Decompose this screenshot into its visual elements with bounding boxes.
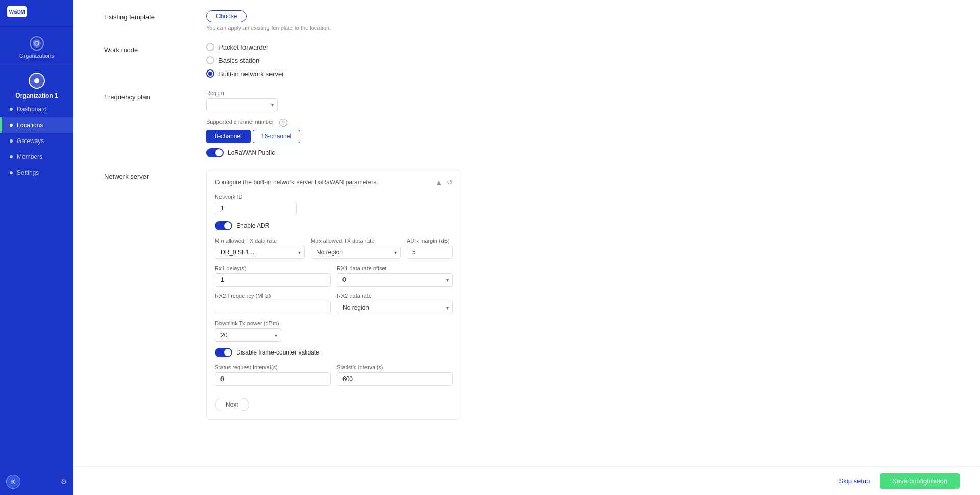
- rx2-row: RX2 Frequency (MHz) RX2 data rate No reg…: [215, 293, 453, 314]
- org-avatar-dot: [34, 78, 39, 83]
- adr-margin-input[interactable]: [407, 246, 453, 259]
- nav-label-dashboard: Dashboard: [17, 106, 47, 113]
- network-server-row: Network server Configure the built-in ne…: [104, 170, 949, 420]
- min-tx-label: Min allowed TX data rate: [215, 238, 305, 244]
- save-configuration-button[interactable]: Save configuration: [880, 473, 960, 489]
- radio-label-pf: Packet forwarder: [218, 43, 268, 51]
- radio-label-bs: Basics station: [218, 57, 259, 64]
- radio-circle-ns: [206, 69, 214, 78]
- region-select-wrapper: ▾: [206, 98, 278, 111]
- downlink-tx-select[interactable]: 20: [215, 328, 281, 342]
- next-button[interactable]: Next: [215, 398, 249, 411]
- channel-help-icon[interactable]: ?: [279, 119, 287, 127]
- existing-template-row: Existing template Choose You can apply a…: [104, 10, 949, 31]
- ns-section: Configure the built-in network server Lo…: [206, 170, 461, 420]
- channel-group: 8-channel 16-channel: [206, 130, 461, 143]
- network-server-content: Configure the built-in network server Lo…: [206, 170, 461, 420]
- work-mode-content: Packet forwarder Basics station Built-in…: [206, 43, 461, 78]
- sidebar-item-locations[interactable]: Locations: [0, 117, 74, 133]
- min-tx-select[interactable]: DR_0 SF1...: [215, 246, 305, 259]
- sidebar-nav: Dashboard Locations Gateways Members Set…: [0, 101, 74, 181]
- nav-dot-settings: [10, 171, 13, 174]
- existing-template-content: Choose You can apply an existing templat…: [206, 10, 461, 31]
- ns-description: Configure the built-in network server Lo…: [215, 179, 378, 186]
- downlink-tx-select-wrapper: 20 ▾: [215, 328, 281, 342]
- choose-button[interactable]: Choose: [206, 10, 247, 22]
- existing-template-label: Existing template: [104, 10, 206, 21]
- rx2-datarate-select[interactable]: No region: [337, 301, 453, 314]
- radio-circle-pf: [206, 43, 214, 51]
- radio-built-in-ns[interactable]: Built-in network server: [206, 69, 461, 78]
- org-section-icon-inner: [33, 39, 41, 48]
- rx1-offset-select-wrapper: 0 ▾: [337, 273, 453, 287]
- work-mode-row: Work mode Packet forwarder Basics statio…: [104, 43, 949, 78]
- rx1-offset-label: RX1 data rate offset: [337, 265, 453, 271]
- channel-16-button[interactable]: 16-channel: [253, 130, 300, 143]
- sidebar-item-dashboard[interactable]: Dashboard: [0, 102, 74, 117]
- radio-packet-forwarder[interactable]: Packet forwarder: [206, 43, 461, 51]
- adr-margin-group: ADR margin (dB): [407, 238, 453, 259]
- downlink-tx-label: Downlink Tx power (dBm): [215, 320, 453, 326]
- nav-dot-gateways: [10, 139, 13, 143]
- sidebar-item-gateways[interactable]: Gateways: [0, 133, 74, 149]
- status-req-input[interactable]: [215, 372, 331, 386]
- radio-basics-station[interactable]: Basics station: [206, 56, 461, 64]
- nav-label-settings: Settings: [17, 169, 39, 176]
- lorawan-public-label: LoRaWAN Public: [228, 149, 275, 156]
- frequency-plan-label: Frequency plan: [104, 90, 206, 101]
- status-statistic-row: Status request Interval(s) Statistic Int…: [215, 364, 453, 386]
- nav-dot-dashboard: [10, 108, 13, 111]
- rx2-datarate-select-wrapper: No region ▾: [337, 301, 453, 314]
- user-avatar[interactable]: K: [6, 475, 20, 489]
- footer: Skip setup Save configuration: [74, 466, 980, 495]
- rx2-freq-group: RX2 Frequency (MHz): [215, 293, 331, 314]
- sidebar-item-members[interactable]: Members: [0, 149, 74, 164]
- org-name-label: Organization 1: [15, 92, 58, 99]
- ns-controls: ▲ ↺: [435, 178, 453, 186]
- downlink-tx-group: Downlink Tx power (dBm) 20 ▾: [215, 320, 453, 342]
- enable-adr-row: Enable ADR: [215, 221, 453, 230]
- nav-dot-members: [10, 155, 13, 158]
- radio-label-ns: Built-in network server: [218, 70, 284, 78]
- max-tx-select[interactable]: No region: [311, 246, 401, 259]
- rx2-freq-input[interactable]: [215, 301, 331, 314]
- content-area: Existing template Choose You can apply a…: [74, 0, 980, 466]
- network-server-label: Network server: [104, 170, 206, 180]
- max-tx-select-wrapper: No region ▾: [311, 246, 401, 259]
- nav-label-gateways: Gateways: [17, 137, 44, 145]
- ns-header: Configure the built-in network server Lo…: [215, 178, 453, 186]
- disable-frame-toggle[interactable]: [215, 348, 232, 357]
- org-section: Organizations: [0, 28, 74, 63]
- logo-area: WisDM: [0, 0, 74, 23]
- statistic-input[interactable]: [337, 372, 453, 386]
- min-tx-group: Min allowed TX data rate DR_0 SF1... ▾: [215, 238, 305, 259]
- statistic-group: Statistic Interval(s): [337, 364, 453, 386]
- region-field-label: Region: [206, 90, 461, 96]
- min-tx-select-wrapper: DR_0 SF1... ▾: [215, 246, 305, 259]
- rx1-delay-input[interactable]: [215, 273, 331, 287]
- nav-label-locations: Locations: [17, 122, 43, 129]
- refresh-icon[interactable]: ↺: [447, 178, 453, 186]
- rx1-offset-select[interactable]: 0: [337, 273, 453, 287]
- enable-adr-label: Enable ADR: [236, 222, 270, 229]
- region-select[interactable]: [206, 98, 278, 111]
- org-avatar: [29, 73, 45, 89]
- frequency-plan-row: Frequency plan Region ▾ Supported channe…: [104, 90, 949, 157]
- collapse-icon[interactable]: ▲: [435, 178, 443, 186]
- network-id-input[interactable]: [215, 202, 297, 215]
- rx2-datarate-group: RX2 data rate No region ▾: [337, 293, 453, 314]
- sidebar-item-settings[interactable]: Settings: [0, 165, 74, 180]
- rx1-delay-label: Rx1 delay(s): [215, 265, 331, 271]
- status-req-label: Status request Interval(s): [215, 364, 331, 370]
- channel-8-button[interactable]: 8-channel: [206, 130, 251, 143]
- rx1-offset-group: RX1 data rate offset 0 ▾: [337, 265, 453, 287]
- svg-point-0: [35, 41, 39, 45]
- lorawan-public-toggle[interactable]: [206, 148, 224, 157]
- enable-adr-toggle[interactable]: [215, 221, 232, 230]
- skip-setup-button[interactable]: Skip setup: [839, 477, 870, 485]
- work-mode-radio-group: Packet forwarder Basics station Built-in…: [206, 43, 461, 78]
- nav-dot-locations: [10, 124, 13, 127]
- rx1-row: Rx1 delay(s) RX1 data rate offset 0 ▾: [215, 265, 453, 287]
- network-id-label: Network ID: [215, 194, 453, 200]
- settings-icon[interactable]: ⚙: [61, 478, 67, 486]
